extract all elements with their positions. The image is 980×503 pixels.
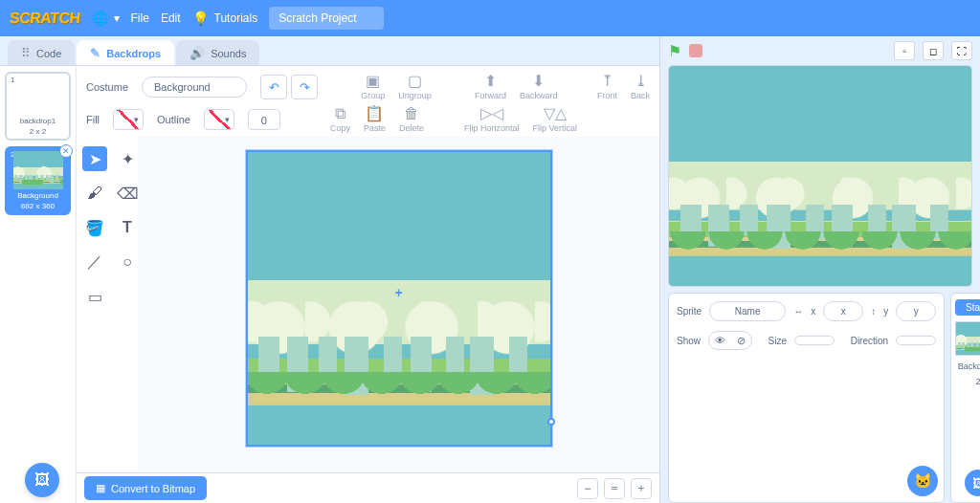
brush-tool[interactable]: 🖌 (82, 181, 107, 206)
backward-button[interactable]: ⬇Backward (520, 74, 558, 100)
stage-header: ⚑ ▫ ◻ ⛶ (660, 36, 980, 65)
back-button[interactable]: ⤓Back (631, 74, 650, 100)
stage-header-label: Stage (955, 299, 980, 316)
front-button[interactable]: ⤒Front (597, 74, 617, 100)
fill-color-picker[interactable]: ▾ (113, 109, 144, 130)
outline-label: Outline (157, 114, 190, 125)
backdrop-name: Background (17, 191, 58, 200)
canvas-selection[interactable]: + (246, 150, 552, 447)
tab-code[interactable]: ⠿Code (8, 40, 75, 65)
sprite-direction-input[interactable] (896, 336, 936, 345)
zoom-reset-button[interactable]: ＝ (604, 478, 625, 499)
stage-small-button[interactable]: ▫ (894, 41, 915, 60)
menu-edit[interactable]: Edit (161, 11, 181, 25)
add-stage-backdrop-button[interactable]: 🖼 (965, 470, 980, 496)
paint-bottom-bar: ▦ Convert to Bitmap − ＝ ＋ (77, 472, 659, 503)
language-menu[interactable]: ▾ (92, 11, 120, 26)
sprite-size-input[interactable] (794, 336, 835, 345)
resize-handle[interactable] (547, 418, 555, 426)
sprite-y-input[interactable]: y (896, 301, 936, 321)
bulb-icon (192, 11, 209, 26)
code-icon: ⠿ (21, 46, 31, 60)
fill-tool[interactable]: 🪣 (82, 215, 107, 240)
stage-thumbnail[interactable] (955, 321, 980, 356)
delete-backdrop-button[interactable]: ✕ (59, 144, 73, 158)
costume-label: Costume (86, 81, 128, 93)
sprite-label: Sprite (677, 306, 702, 317)
show-label: Show (677, 336, 701, 346)
green-flag-button[interactable]: ⚑ (668, 42, 681, 60)
backdrops-icon: ✎ (90, 46, 100, 60)
copy-button[interactable]: ⧉Copy (330, 106, 350, 133)
sounds-icon: 🔊 (189, 46, 205, 60)
direction-label: Direction (851, 336, 888, 346)
backdrop-thumb[interactable]: 2 Background 682 x 360 ✕ (5, 146, 71, 215)
convert-label: Convert to Bitmap (111, 483, 195, 494)
tab-sounds[interactable]: 🔊Sounds (176, 40, 259, 65)
paint-editor: Costume ↶ ↷ ▣Group ▢Ungroup ⬆Forward ⬇Ba… (77, 66, 659, 503)
paint-canvas[interactable]: + (138, 137, 659, 472)
menu-tutorials[interactable]: Tutorials (192, 11, 258, 26)
flip-vertical-button[interactable]: ▽△Flip Vertical (533, 106, 578, 133)
x-label: x (811, 306, 815, 317)
group-button[interactable]: ▣Group (361, 74, 385, 100)
stage-large-button[interactable]: ◻ (923, 41, 944, 60)
stop-button[interactable] (689, 44, 702, 57)
editor-panel: ⠿Code ✎Backdrops 🔊Sounds 1 backdrop1 2 x… (0, 36, 659, 503)
forward-icon: ⬆ (484, 74, 497, 89)
zoom-out-button[interactable]: − (577, 478, 598, 499)
backdrop-index: 1 (11, 76, 14, 84)
zoom-controls: − ＝ ＋ (577, 478, 652, 499)
forward-button[interactable]: ⬆Forward (475, 74, 506, 100)
fill-label: Fill (86, 114, 100, 125)
backdrop-name: backdrop1 (20, 117, 56, 125)
stage-selector[interactable]: Stage Backdrops 2 🖼 (950, 293, 980, 503)
flip-v-icon: ▽△ (544, 106, 567, 121)
tutorials-label: Tutorials (214, 11, 258, 25)
back-icon: ⤓ (635, 74, 647, 89)
zoom-in-button[interactable]: ＋ (631, 478, 652, 499)
sprite-name-input[interactable]: Name (709, 301, 786, 321)
y-icon: ↕ (871, 306, 876, 317)
trash-icon: 🗑 (404, 106, 419, 121)
scratch-logo: SCRATCH (9, 10, 80, 27)
select-tool[interactable]: ➤ (82, 146, 107, 171)
tab-backdrops[interactable]: ✎Backdrops (77, 40, 174, 65)
paste-button[interactable]: 📋Paste (364, 106, 386, 133)
flip-horizontal-button[interactable]: ▷◁Flip Horizontal (464, 106, 520, 133)
rectangle-tool[interactable]: ▭ (82, 284, 107, 309)
ungroup-button[interactable]: ▢Ungroup (398, 74, 432, 100)
add-backdrop-button[interactable]: 🖼 (25, 463, 59, 497)
project-title-input[interactable]: Scratch Project (269, 7, 383, 30)
undo-button[interactable]: ↶ (260, 75, 287, 99)
menu-file[interactable]: File (131, 11, 149, 25)
y-label: y (883, 306, 888, 317)
visibility-toggle[interactable]: 👁 ⊘ (708, 331, 752, 350)
backward-icon: ⬇ (532, 74, 545, 89)
redo-button[interactable]: ↷ (291, 75, 318, 99)
stage-preview[interactable] (668, 65, 972, 287)
outline-width-input[interactable]: 0 (248, 109, 280, 130)
backdrop-thumb[interactable]: 1 backdrop1 2 x 2 (5, 72, 71, 141)
text-tool[interactable]: T (115, 215, 140, 240)
ungroup-icon: ▢ (408, 74, 422, 89)
reshape-tool[interactable]: ✦ (115, 146, 140, 171)
circle-tool[interactable]: ○ (115, 250, 140, 274)
menu-bar: SCRATCH ▾ File Edit Tutorials Scratch Pr… (0, 0, 980, 36)
sprite-x-input[interactable]: x (823, 301, 863, 321)
front-icon: ⤒ (601, 74, 613, 89)
line-tool[interactable]: ／ (82, 250, 107, 274)
paste-icon: 📋 (365, 106, 384, 121)
eye-off-icon: ⊘ (730, 332, 751, 349)
delete-button[interactable]: 🗑Delete (399, 106, 424, 133)
size-label: Size (768, 336, 787, 346)
fullscreen-button[interactable]: ⛶ (951, 41, 972, 60)
tab-code-label: Code (36, 48, 61, 59)
convert-to-bitmap-button[interactable]: ▦ Convert to Bitmap (84, 476, 207, 500)
tab-bar: ⠿Code ✎Backdrops 🔊Sounds (0, 36, 659, 65)
outline-color-picker[interactable]: ▾ (204, 109, 234, 130)
add-sprite-button[interactable]: 🐱 (907, 466, 938, 496)
eraser-tool[interactable]: ⌫ (115, 181, 140, 206)
backdrop-dims: 682 x 360 (21, 202, 55, 210)
costume-name-input[interactable] (142, 77, 247, 98)
